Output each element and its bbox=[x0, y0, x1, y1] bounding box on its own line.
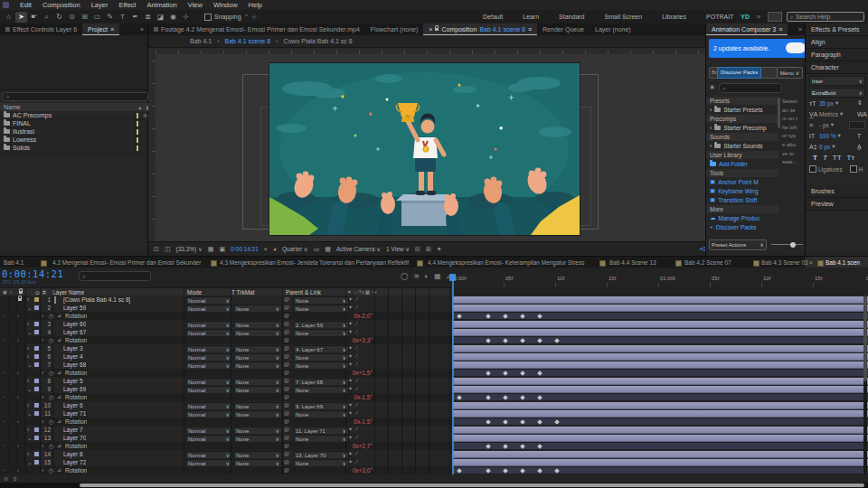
layer-name[interactable]: Layer 70 bbox=[63, 434, 86, 442]
panel-menu-icon[interactable]: ≡ bbox=[528, 23, 532, 35]
layer-switches[interactable]: ✦∕ bbox=[348, 344, 361, 352]
av-switches[interactable] bbox=[0, 296, 24, 304]
layer-name[interactable]: Layer 4 bbox=[63, 352, 83, 361]
layer-color-chip[interactable] bbox=[34, 436, 39, 440]
scrollbar-thumb[interactable] bbox=[80, 483, 864, 487]
pixel-aspect-icon[interactable]: ⊟ bbox=[415, 246, 420, 253]
pickwhip-icon[interactable]: @ bbox=[284, 344, 289, 352]
pickwhip-icon[interactable]: @ bbox=[284, 434, 289, 442]
project-search-input[interactable]: ⌕ bbox=[3, 92, 148, 101]
rotation-value[interactable]: 0x+3,3° bbox=[338, 336, 373, 344]
layer-name[interactable]: Layer 72 bbox=[63, 458, 86, 466]
ac-menu-button[interactable]: Menu∨ bbox=[777, 67, 803, 79]
graph-icon[interactable]: ⊿ bbox=[57, 336, 61, 344]
layer-switches[interactable]: ✦∕ bbox=[348, 385, 361, 393]
pickwhip-icon[interactable]: @ bbox=[284, 466, 289, 474]
layer-switches[interactable]: ✦∕ bbox=[348, 328, 361, 336]
pickwhip-icon[interactable]: @ bbox=[284, 369, 289, 377]
ligatures-checkbox[interactable] bbox=[809, 165, 816, 173]
clone-stamp-tool-icon[interactable]: ≣ bbox=[142, 12, 154, 23]
all-caps-icon[interactable]: TT bbox=[833, 154, 842, 162]
property-name[interactable]: Rotation bbox=[65, 466, 87, 474]
graph-icon[interactable]: ⊿ bbox=[57, 418, 61, 426]
rotation-value[interactable]: 0x-1,5° bbox=[338, 418, 373, 426]
track-area[interactable] bbox=[452, 401, 868, 409]
workspace-standard[interactable]: Standard bbox=[559, 14, 584, 20]
home-tool-icon[interactable]: ⌂ bbox=[3, 12, 14, 23]
tab-effect-controls[interactable]: Effect Controls Layer 6 bbox=[0, 23, 82, 35]
panel-paragraph[interactable]: Paragraph bbox=[806, 49, 868, 61]
layer-switches[interactable]: ✦∕ bbox=[348, 377, 361, 385]
layer-name[interactable]: Layer 6 bbox=[63, 401, 83, 409]
expander-icon[interactable]: › bbox=[42, 466, 43, 474]
horizontal-scale-icon[interactable]: T bbox=[857, 133, 865, 139]
track-area[interactable] bbox=[452, 426, 868, 434]
layer-duration-bar[interactable] bbox=[452, 305, 868, 312]
ac-item[interactable]: +Discover Packs bbox=[706, 222, 778, 231]
pickwhip-icon[interactable]: @ bbox=[284, 401, 289, 409]
stopwatch-icon[interactable]: ◷ bbox=[49, 312, 54, 320]
track-area[interactable] bbox=[452, 369, 868, 377]
panel-overflow-icon[interactable]: » bbox=[140, 26, 147, 33]
layer-name[interactable]: [Cowo Piala Bab 4.1 sc 8] bbox=[63, 296, 130, 304]
track-area[interactable] bbox=[452, 434, 868, 442]
expander-icon[interactable]: ⌄ bbox=[27, 434, 32, 442]
track-area[interactable] bbox=[452, 361, 868, 369]
keyframe-navigator[interactable]: ◦› bbox=[3, 466, 32, 474]
ac-item[interactable]: ☁Manage Produc bbox=[706, 213, 778, 222]
track-area[interactable] bbox=[452, 458, 868, 466]
layer-name[interactable]: Layer 68 bbox=[63, 361, 86, 369]
panel-character[interactable]: Character bbox=[806, 61, 868, 74]
layer-name[interactable]: Layer 67 bbox=[63, 328, 86, 336]
resolution-select[interactable]: Quarter ∨ bbox=[282, 246, 308, 253]
pickwhip-icon[interactable]: @ bbox=[284, 458, 289, 466]
layer-switches[interactable]: ✦∕ bbox=[348, 450, 361, 458]
layer-color-chip[interactable] bbox=[34, 460, 39, 465]
lock-icon[interactable] bbox=[18, 298, 22, 301]
kerning-value[interactable]: Metrics bbox=[819, 111, 838, 117]
menu-effect[interactable]: Effect bbox=[113, 0, 141, 10]
panel-effects-presets[interactable]: Effects & Presets bbox=[806, 23, 868, 36]
av-switches[interactable] bbox=[0, 344, 24, 352]
layer-color-chip[interactable] bbox=[34, 403, 39, 408]
playhead-handle[interactable] bbox=[449, 274, 456, 281]
ac-item[interactable]: ▣Keyframe Wing bbox=[706, 186, 778, 195]
track-area[interactable] bbox=[452, 377, 868, 385]
stopwatch-icon[interactable]: ◷ bbox=[49, 393, 54, 401]
track-area[interactable] bbox=[452, 320, 868, 328]
snapshot-icon[interactable]: ⌖ bbox=[264, 246, 268, 253]
layer-color-chip[interactable] bbox=[34, 411, 39, 416]
account-badge[interactable]: YD bbox=[741, 14, 750, 20]
type-tool-icon[interactable]: T bbox=[117, 12, 128, 23]
av-switches[interactable] bbox=[0, 401, 24, 409]
layer-switches[interactable]: ✦∕ bbox=[348, 352, 361, 361]
pickwhip-icon[interactable]: @ bbox=[284, 442, 289, 450]
chevron-right-icon[interactable]: › bbox=[710, 143, 712, 149]
track-area[interactable] bbox=[452, 450, 868, 458]
layer-color-chip[interactable] bbox=[34, 297, 39, 302]
sort-ascending-icon[interactable]: ▲ bbox=[137, 105, 142, 110]
rectangle-tool-icon[interactable]: ▭ bbox=[91, 12, 103, 23]
leading-input[interactable] bbox=[849, 121, 865, 129]
menu-view[interactable]: View bbox=[183, 0, 208, 10]
project-columns-header[interactable]: Name ▲ ▦ bbox=[0, 103, 155, 111]
track-area[interactable] bbox=[452, 352, 868, 361]
expander-icon[interactable]: › bbox=[42, 393, 43, 401]
property-name[interactable]: Rotation bbox=[65, 418, 87, 426]
tracking-icon[interactable]: WA bbox=[857, 111, 865, 117]
workspace-potrait[interactable]: POTRAIT bbox=[706, 14, 733, 20]
composition-frame[interactable] bbox=[269, 63, 580, 235]
breadcrumb-item[interactable]: Bab 4.1 bbox=[190, 38, 212, 44]
track-area[interactable] bbox=[452, 466, 868, 474]
pickwhip-icon[interactable]: @ bbox=[284, 393, 289, 401]
expander-icon[interactable]: › bbox=[27, 344, 29, 352]
chevron-right-icon[interactable]: › bbox=[710, 107, 712, 113]
layer-duration-bar[interactable] bbox=[452, 329, 868, 336]
ac-section-user-library[interactable]: User Library bbox=[706, 151, 778, 159]
rotation-value[interactable]: 0x+1,5° bbox=[338, 369, 373, 377]
scrollbar-thumb[interactable] bbox=[863, 296, 867, 381]
av-switches[interactable] bbox=[0, 385, 24, 393]
pickwhip-icon[interactable]: @ bbox=[284, 336, 289, 344]
comp-tab[interactable]: Bab 4.3 Scene 03 bbox=[761, 259, 808, 266]
expander-icon[interactable]: ⌄ bbox=[27, 304, 32, 312]
